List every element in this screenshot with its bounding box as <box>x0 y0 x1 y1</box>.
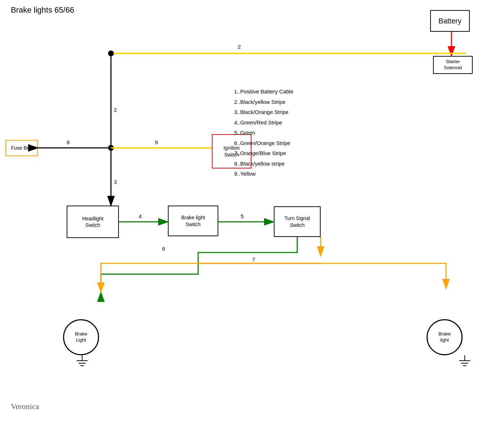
legend-item-6: 6..Green/Orange Stripe <box>234 138 293 149</box>
svg-text:2: 2 <box>238 44 241 50</box>
svg-text:2: 2 <box>114 107 117 113</box>
svg-text:5: 5 <box>241 213 244 219</box>
svg-text:9: 9 <box>155 139 158 145</box>
legend-item-8: 8..Black/yellow stripe <box>234 159 293 169</box>
legend: 1..Positive Battery Cable 2..Black/yello… <box>234 87 293 179</box>
legend-item-2: 2..Black/yellow Stripe <box>234 97 293 107</box>
svg-text:3: 3 <box>114 179 117 185</box>
legend-item-1: 1..Positive Battery Cable <box>234 87 293 97</box>
svg-text:8: 8 <box>67 139 70 145</box>
legend-item-9: 9..Yellow <box>234 169 293 179</box>
legend-item-7: 7..Orange/Blue Stripe <box>234 148 293 159</box>
legend-item-4: 4..Green/Red Stripe <box>234 118 293 128</box>
svg-text:6: 6 <box>162 246 165 252</box>
svg-text:7: 7 <box>252 256 255 263</box>
wiring-svg: 2 2 8 9 3 4 5 6 <box>0 0 504 422</box>
legend-item-5: 5..Green <box>234 128 293 138</box>
legend-item-3: 3..Black/Orange Stripe <box>234 107 293 118</box>
svg-text:4: 4 <box>139 213 142 219</box>
signature: Veronica <box>11 402 39 411</box>
